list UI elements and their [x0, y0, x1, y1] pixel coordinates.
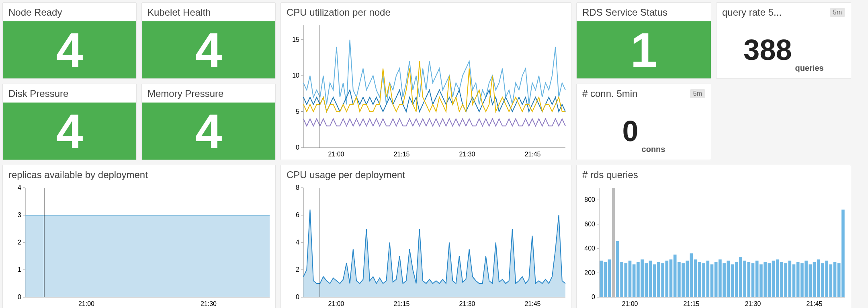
svg-rect-104: [768, 263, 771, 297]
svg-text:0: 0: [296, 144, 299, 151]
svg-rect-121: [837, 263, 841, 297]
panel-title: # conn. 5min: [582, 88, 637, 99]
stat-value: 0: [622, 115, 639, 148]
chart-rds-queries[interactable]: 020040060080021:0021:1521:3021:45: [577, 184, 851, 308]
svg-text:2: 2: [18, 239, 21, 246]
svg-text:800: 800: [584, 196, 595, 203]
svg-text:21:30: 21:30: [459, 300, 475, 307]
panel-query-rate-5min[interactable]: query rate 5... 5m 388 queries: [716, 2, 851, 79]
time-range-badge: 5m: [830, 8, 845, 17]
svg-rect-80: [669, 259, 673, 297]
svg-rect-120: [833, 262, 837, 297]
svg-rect-117: [821, 263, 824, 297]
panel-title: CPU utilization per node: [287, 7, 391, 18]
svg-rect-108: [784, 263, 787, 297]
panel-rds-status[interactable]: RDS Service Status 1: [576, 2, 711, 79]
svg-rect-107: [780, 262, 783, 297]
svg-rect-113: [805, 261, 808, 297]
svg-text:21:30: 21:30: [745, 300, 761, 307]
svg-rect-69: [624, 263, 627, 297]
svg-text:10: 10: [292, 72, 299, 79]
svg-rect-116: [817, 259, 820, 297]
panel-title: RDS Service Status: [582, 7, 667, 18]
stat-value-wrap: 0 conns: [577, 103, 711, 160]
svg-rect-122: [841, 209, 845, 297]
svg-text:0: 0: [18, 294, 21, 300]
svg-rect-99: [747, 262, 750, 297]
svg-text:3: 3: [18, 211, 21, 218]
svg-rect-90: [710, 264, 714, 297]
svg-rect-65: [608, 259, 611, 297]
stat-value: 388: [743, 33, 792, 66]
panel-rds-queries[interactable]: # rds queries 020040060080021:0021:1521:…: [576, 165, 851, 308]
svg-text:21:30: 21:30: [459, 151, 475, 158]
svg-rect-66: [612, 188, 615, 297]
svg-text:0: 0: [296, 294, 299, 300]
svg-text:1: 1: [18, 266, 21, 273]
svg-rect-86: [694, 259, 697, 297]
time-range-badge: 5m: [690, 89, 705, 98]
panel-title: CPU usage per deployment: [287, 169, 405, 181]
svg-rect-89: [706, 261, 709, 297]
panel-cpu-per-node[interactable]: CPU utilization per node 05101521:0021:1…: [280, 2, 571, 160]
stat-unit: conns: [642, 145, 665, 160]
chart-replicas[interactable]: 0123421:0021:30: [3, 184, 275, 308]
svg-text:5: 5: [296, 108, 299, 115]
svg-rect-67: [616, 241, 619, 297]
svg-rect-100: [751, 263, 755, 297]
svg-rect-72: [637, 262, 640, 297]
panel-replicas-available[interactable]: replicas available by deployment 0123421…: [2, 165, 276, 308]
svg-text:21:45: 21:45: [524, 300, 540, 307]
svg-rect-93: [723, 263, 726, 297]
panel-memory-pressure[interactable]: Memory Pressure 4: [141, 84, 276, 160]
svg-text:21:00: 21:00: [328, 300, 344, 307]
panel-title: Disk Pressure: [8, 88, 68, 99]
chart-cpu-deploy[interactable]: 0246821:0021:1521:3021:45: [281, 184, 571, 308]
svg-text:4: 4: [18, 184, 21, 191]
svg-text:4: 4: [296, 239, 299, 246]
panel-title: replicas available by deployment: [8, 169, 148, 181]
panel-title: Memory Pressure: [147, 88, 223, 99]
svg-text:200: 200: [584, 269, 595, 276]
svg-text:21:15: 21:15: [683, 300, 699, 307]
svg-rect-114: [809, 264, 812, 297]
svg-rect-74: [645, 263, 648, 297]
svg-rect-82: [678, 262, 681, 297]
svg-rect-77: [657, 262, 660, 297]
svg-text:21:45: 21:45: [806, 300, 822, 307]
svg-rect-115: [813, 262, 816, 297]
panel-title: query rate 5...: [722, 7, 782, 18]
svg-text:21:15: 21:15: [393, 151, 409, 158]
svg-rect-92: [719, 259, 722, 297]
svg-rect-110: [792, 264, 796, 297]
svg-rect-63: [600, 261, 603, 297]
panel-disk-pressure[interactable]: Disk Pressure 4: [2, 84, 137, 160]
svg-text:15: 15: [292, 36, 299, 43]
panel-conn-5min[interactable]: # conn. 5min 5m 0 conns: [576, 84, 711, 160]
svg-rect-105: [772, 261, 775, 297]
svg-rect-78: [661, 263, 664, 297]
svg-rect-73: [641, 259, 644, 297]
svg-rect-84: [686, 261, 689, 297]
svg-text:21:15: 21:15: [393, 300, 409, 307]
svg-rect-87: [698, 262, 701, 297]
dashboard-grid: Node Ready 4 Kubelet Health 4 Disk Press…: [2, 2, 866, 308]
panel-node-ready[interactable]: Node Ready 4: [2, 2, 137, 79]
svg-text:600: 600: [584, 221, 595, 228]
svg-rect-95: [731, 264, 734, 297]
svg-text:21:45: 21:45: [524, 151, 540, 158]
panel-cpu-per-deployment[interactable]: CPU usage per deployment 0246821:0021:15…: [280, 165, 571, 308]
svg-rect-101: [755, 261, 759, 297]
svg-rect-103: [764, 262, 767, 297]
chart-cpu-node[interactable]: 05101521:0021:1521:3021:45: [281, 21, 571, 160]
panel-kubelet-health[interactable]: Kubelet Health 4: [141, 2, 276, 79]
svg-text:21:30: 21:30: [201, 300, 217, 307]
stat-unit: queries: [795, 64, 823, 78]
stat-value: 1: [577, 21, 711, 78]
svg-text:21:00: 21:00: [328, 151, 344, 158]
svg-rect-71: [633, 264, 636, 297]
stat-value-wrap: 388 queries: [717, 21, 851, 78]
svg-rect-75: [649, 261, 652, 297]
svg-text:21:00: 21:00: [78, 300, 94, 307]
svg-text:400: 400: [584, 245, 595, 252]
